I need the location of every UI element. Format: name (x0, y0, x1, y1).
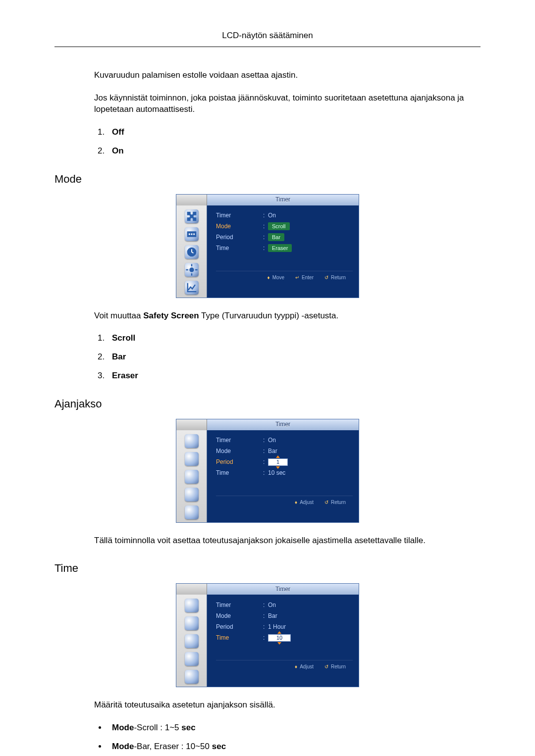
osd-value-timer: On (268, 211, 353, 220)
puzzle-icon[interactable] (185, 434, 199, 448)
osd-label-period[interactable]: Period (216, 458, 263, 466)
osd-panel: Timer Timer : On Mode : (176, 194, 359, 298)
osd-label-timer: Timer (216, 211, 263, 220)
svg-point-2 (191, 233, 192, 235)
updown-icon: ♦ (295, 499, 297, 506)
body-content: Kuvaruudun palamisen estolle voidaan ase… (54, 69, 481, 157)
osd-value-mode: Bar (268, 612, 353, 620)
chevron-up-icon[interactable] (277, 631, 281, 634)
gear-icon[interactable] (185, 652, 199, 666)
intro-list-item: Off (112, 127, 124, 137)
osd-sidebar (176, 595, 207, 687)
osd-label-mode: Mode (216, 447, 263, 455)
osd-label-time[interactable]: Time (216, 634, 263, 642)
clock-icon[interactable] (185, 245, 199, 259)
time-bullet-item: Mode-Scroll : 1~5 sec (107, 722, 481, 734)
osd-label-timer: Timer (216, 436, 263, 445)
osd-option-bar[interactable]: Bar (268, 233, 284, 241)
svg-rect-7 (191, 273, 192, 276)
return-icon: ↺ (324, 274, 328, 281)
chevron-down-icon[interactable] (276, 466, 280, 469)
mode-list-item: Bar (112, 352, 126, 361)
svg-point-5 (189, 267, 194, 272)
footer-return: Return (331, 663, 346, 670)
osd-sidebar (176, 205, 207, 298)
osd-titlebar: Timer (176, 195, 359, 205)
ajanjakso-osd-wrap: Timer Timer:On Mode:Bar Period: 1 (54, 419, 481, 523)
svg-rect-8 (186, 269, 188, 270)
footer-return: Return (331, 499, 346, 506)
footer-adjust: Adjust (300, 499, 314, 506)
gear-icon[interactable] (185, 488, 199, 502)
osd-main: Timer : On Mode : Scroll Period : Bar (207, 205, 359, 298)
footer-return: Return (331, 274, 346, 281)
ajanjakso-heading: Ajanjakso (54, 397, 481, 412)
intro-list-item: On (112, 146, 124, 155)
osd-label-period: Period (216, 233, 263, 242)
osd-option-eraser[interactable]: Eraser (268, 244, 292, 252)
ajanjakso-after-para: Tällä toiminnolla voit asettaa toteutusa… (94, 535, 481, 547)
osd-value-period: 1 Hour (268, 623, 353, 631)
time-heading: Time (54, 561, 481, 576)
footer-enter: Enter (302, 274, 314, 281)
osd-label-time: Time (216, 469, 263, 477)
mode-osd-wrap: Timer Timer : On Mode : (54, 194, 481, 298)
chart-icon[interactable] (185, 281, 199, 295)
time-spinner[interactable]: 10 (268, 634, 291, 642)
gear-icon[interactable] (185, 263, 199, 277)
input-icon[interactable] (185, 227, 199, 241)
input-icon[interactable] (185, 616, 199, 630)
svg-point-1 (188, 233, 190, 235)
puzzle-icon[interactable] (185, 599, 199, 612)
time-bullet-item: Mode-Bar, Eraser : 10~50 sec (107, 741, 481, 753)
puzzle-icon[interactable] (185, 209, 199, 223)
intro-p1: Kuvaruudun palamisen estolle voidaan ase… (94, 69, 481, 81)
period-spinner[interactable]: 1 (268, 458, 288, 466)
mode-after-para: Voit muuttaa Safety Screen Type (Turvaru… (94, 310, 481, 322)
enter-icon: ↵ (295, 274, 299, 281)
osd-label-timer: Timer (216, 601, 263, 609)
osd-value-mode: Bar (268, 447, 353, 455)
osd-option-scroll[interactable]: Scroll (268, 222, 290, 230)
osd-footer: ♦Move ↵Enter ↺Return (216, 271, 353, 285)
svg-rect-9 (195, 269, 198, 270)
updown-icon: ♦ (268, 274, 270, 281)
osd-value-time: 10 sec (268, 469, 353, 477)
footer-move: Move (272, 274, 284, 281)
mode-heading: Mode (54, 172, 481, 187)
time-osd-wrap: Timer Timer:On Mode:Bar Period:1 Hour Ti… (54, 583, 481, 687)
osd-label-mode[interactable]: Mode (216, 222, 263, 231)
chart-icon[interactable] (185, 670, 199, 684)
intro-p2: Jos käynnistät toiminnon, joka poistaa j… (94, 92, 481, 116)
osd-label-time: Time (216, 244, 263, 252)
osd-title: Timer (207, 584, 359, 595)
time-bullets: Mode-Scroll : 1~5 sec Mode-Bar, Eraser :… (94, 722, 481, 753)
mode-list-item: Eraser (112, 371, 138, 380)
clock-icon[interactable] (185, 634, 199, 648)
clock-icon[interactable] (185, 470, 199, 484)
mode-list: Scroll Bar Eraser (94, 332, 481, 381)
chevron-down-icon[interactable] (277, 642, 281, 645)
page-title: LCD-näytön säätäminen (54, 30, 481, 47)
osd-value-timer: On (268, 601, 353, 609)
intro-list: Off On (94, 126, 481, 157)
footer-adjust: Adjust (300, 663, 314, 670)
osd-label-period: Period (216, 623, 263, 631)
input-icon[interactable] (185, 452, 199, 466)
osd-sidebar (176, 430, 207, 522)
svg-point-3 (193, 233, 195, 235)
svg-rect-6 (191, 264, 192, 266)
mode-list-item: Scroll (112, 333, 135, 343)
updown-icon: ♦ (295, 663, 297, 670)
osd-label-mode: Mode (216, 612, 263, 620)
time-after-para: Määritä toteutusaika asetetun ajanjakson… (94, 699, 481, 711)
chevron-up-icon[interactable] (276, 455, 280, 458)
osd-value-timer: On (268, 436, 353, 445)
osd-title: Timer (207, 419, 359, 430)
osd-panel: Timer Timer:On Mode:Bar Period: 1 (176, 419, 359, 523)
osd-title: Timer (207, 195, 359, 205)
chart-icon[interactable] (185, 505, 199, 519)
return-icon: ↺ (324, 663, 328, 670)
osd-panel: Timer Timer:On Mode:Bar Period:1 Hour Ti… (176, 583, 359, 687)
return-icon: ↺ (324, 499, 328, 506)
